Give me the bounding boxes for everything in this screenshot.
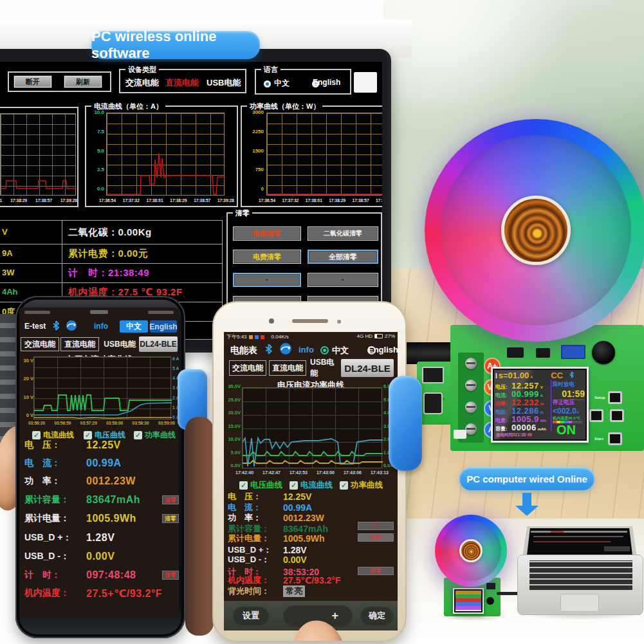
x-tick-4: 03:58:30 bbox=[133, 421, 149, 425]
x-tick-4: 17:43:06 bbox=[344, 470, 362, 475]
legend-power[interactable]: 功率曲线 bbox=[134, 430, 176, 441]
tab-dc[interactable]: 直流电能 bbox=[60, 337, 99, 351]
ic-chip bbox=[536, 348, 550, 358]
blank-button[interactable] bbox=[233, 273, 301, 287]
plus-button[interactable]: + bbox=[331, 609, 338, 623]
y-tick-4: 10.0V bbox=[228, 436, 241, 442]
timed-discharge-label: 限时放电 bbox=[553, 381, 585, 389]
x-tick-1: 17:38:29 bbox=[10, 198, 27, 203]
clear-capacity-button[interactable]: 清零 bbox=[162, 495, 179, 504]
clear-co2-button[interactable]: 二氧化碳清零 bbox=[308, 226, 378, 241]
summary-cell: 4Ah bbox=[2, 287, 18, 297]
laptop-keyboard[interactable] bbox=[529, 560, 632, 590]
mini-ui-row bbox=[531, 531, 627, 533]
ic-chip bbox=[486, 583, 495, 589]
radio-chinese-label[interactable]: 中文 bbox=[274, 78, 290, 89]
tab-ac[interactable]: 交流电能 bbox=[229, 360, 266, 376]
app-title: 电能表 bbox=[230, 345, 257, 356]
tab-ac-energy[interactable]: 交流电能 bbox=[125, 77, 159, 89]
lcd-state-on: ON bbox=[557, 423, 576, 437]
y-tick-1: 7.5 bbox=[97, 129, 104, 134]
terminal-screw[interactable] bbox=[465, 358, 477, 369]
legend-voltage[interactable]: 电压曲线 bbox=[239, 480, 282, 491]
current-curve-line bbox=[107, 113, 225, 196]
radio-chinese[interactable] bbox=[264, 80, 271, 87]
legend-current[interactable]: 电流曲线 bbox=[290, 480, 333, 491]
info-link[interactable]: info bbox=[299, 345, 314, 354]
app-icon bbox=[255, 335, 259, 339]
mode-button[interactable] bbox=[589, 409, 603, 422]
settings-button[interactable]: 设置 bbox=[233, 606, 269, 625]
bluetooth-icon[interactable] bbox=[265, 344, 272, 354]
radio-chinese[interactable] bbox=[320, 346, 329, 354]
y-tick-3: 0 V bbox=[26, 412, 33, 418]
checkbox-icon[interactable] bbox=[290, 481, 298, 490]
set-prefix: I bbox=[495, 373, 497, 380]
lang-zh-button[interactable]: 中文 bbox=[120, 320, 148, 333]
x-tick-2: 17:38:01 bbox=[147, 198, 163, 203]
terminal-screw[interactable] bbox=[465, 380, 477, 391]
tab-usb[interactable]: USB电能 bbox=[103, 337, 136, 351]
clear-energy-button[interactable]: 电能清零 bbox=[233, 226, 301, 241]
terminal-screw[interactable] bbox=[465, 401, 477, 413]
usb-c-port[interactable] bbox=[423, 392, 443, 414]
power-row: 功 率：0012.23W bbox=[228, 513, 324, 523]
x-tick-2: 17:38:57 bbox=[35, 198, 52, 203]
terminal-block bbox=[458, 353, 484, 443]
blank-button[interactable] bbox=[308, 273, 378, 287]
globe-icon[interactable] bbox=[279, 342, 292, 355]
y-tick-0: 10.0 bbox=[94, 109, 104, 115]
timed-discharge-box: 限时放电 01:59 bbox=[553, 381, 585, 400]
radio-english-label[interactable]: English bbox=[313, 78, 340, 87]
legend-label: 功率曲线 bbox=[145, 430, 176, 441]
usb-port[interactable] bbox=[422, 367, 444, 383]
phone2-screen: 下午5:43 0.04K/s 4G HD 27% 电能表 info 中文 Eng… bbox=[224, 332, 398, 630]
clear-all-button[interactable]: 全部清零 bbox=[308, 250, 378, 264]
checkbox-icon[interactable] bbox=[340, 481, 348, 490]
bluetooth-icon[interactable] bbox=[53, 320, 59, 331]
timer-row: 计 时：097:48:48 bbox=[24, 569, 136, 582]
mode-button[interactable] bbox=[610, 409, 624, 422]
phone2-plot bbox=[242, 387, 382, 468]
co2-value: 二氧化碳：0.00Kg bbox=[68, 226, 152, 239]
discharge-time: 放电时间021:38:49 bbox=[496, 432, 532, 438]
tab-usb-energy[interactable]: USB电能 bbox=[207, 77, 241, 89]
clear-timer-button[interactable]: 清零 bbox=[358, 567, 394, 575]
tab-dc-energy[interactable]: 直流电能 bbox=[165, 77, 199, 89]
clear-fee-button[interactable]: 电费清零 bbox=[233, 250, 301, 264]
x-tick-1: 03:56:59 bbox=[54, 421, 71, 425]
legend-power[interactable]: 功率曲线 bbox=[340, 480, 383, 491]
device-name-tab[interactable]: DL24-BLE bbox=[139, 336, 178, 352]
clear-timer-button[interactable]: 清零 bbox=[162, 571, 179, 580]
laptop-trackpad[interactable] bbox=[560, 594, 599, 612]
y-tick-3: 15.0V bbox=[228, 423, 241, 429]
info-link[interactable]: info bbox=[94, 322, 108, 331]
start-button[interactable] bbox=[608, 432, 622, 445]
radio-chinese-label[interactable]: 中文 bbox=[332, 345, 349, 356]
y-tick-0: 3000 bbox=[252, 109, 264, 115]
checkbox-icon[interactable] bbox=[239, 481, 248, 490]
radio-english-label[interactable]: English bbox=[368, 345, 398, 354]
confirm-button[interactable]: 确定 bbox=[360, 606, 394, 625]
disconnect-button[interactable]: 断开 bbox=[14, 76, 51, 87]
mini-lcd bbox=[453, 588, 484, 614]
checkbox-icon[interactable] bbox=[134, 431, 142, 439]
clear-energy-button[interactable]: 清零 bbox=[358, 533, 394, 542]
refresh-button[interactable]: 刷新 bbox=[64, 76, 102, 87]
legend-label: 功率曲线 bbox=[351, 480, 383, 491]
tab-usb[interactable]: USB电能 bbox=[310, 360, 340, 376]
tab-ac[interactable]: 交流电能 bbox=[21, 337, 59, 351]
clear-energy-button[interactable]: 清零 bbox=[162, 514, 179, 523]
x-tick-4: 17:38:57 bbox=[353, 198, 369, 203]
current-row: 电 流：00.99A bbox=[228, 502, 312, 513]
globe-icon[interactable] bbox=[66, 320, 77, 331]
phone1-x-ticks: 03:56:2003:56:5903:57:2903:58:0003:58:30… bbox=[28, 421, 175, 425]
device-name-tab[interactable]: DL24-BLE bbox=[341, 359, 394, 377]
y-tick-3: 750 bbox=[255, 167, 264, 172]
setup-button[interactable] bbox=[608, 391, 622, 404]
terminal-screw[interactable] bbox=[465, 423, 477, 435]
clear-capacity-button[interactable]: 清零 bbox=[358, 522, 394, 530]
tab-dc[interactable]: 直流电能 bbox=[269, 360, 306, 376]
lang-en-button[interactable]: English bbox=[150, 320, 177, 333]
fan-hub bbox=[459, 539, 483, 562]
